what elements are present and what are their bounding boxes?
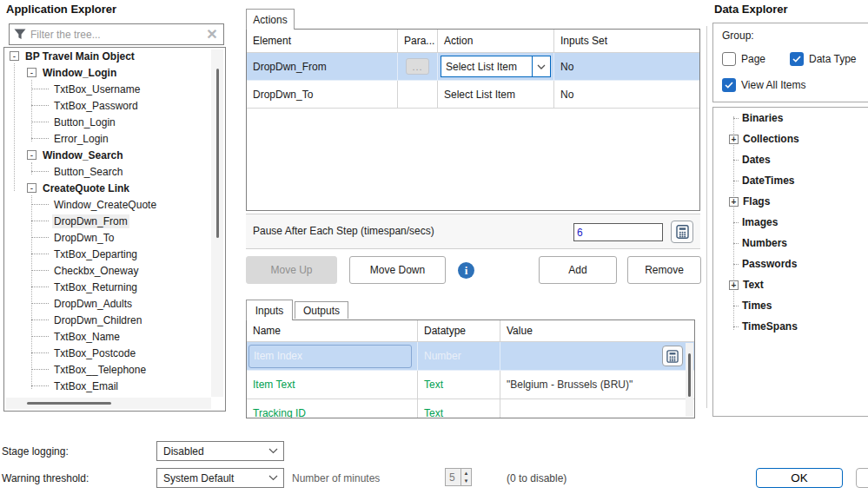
move-up-button[interactable]: Move Up	[246, 256, 337, 284]
tab-actions[interactable]: Actions	[246, 9, 295, 30]
tree-connector	[733, 181, 739, 181]
tree-item[interactable]: TxtBox_Password	[4, 97, 225, 114]
tree-connector	[31, 336, 49, 337]
tab-inputs[interactable]: Inputs	[246, 300, 293, 320]
tree-connector	[31, 270, 49, 271]
tree-item[interactable]: TxtBox_Returning	[4, 279, 225, 295]
tree-item[interactable]: -Window_Search	[4, 147, 225, 163]
move-down-button[interactable]: Move Down	[349, 256, 446, 284]
tree-vertical-scrollbar[interactable]	[211, 49, 223, 397]
tab-outputs[interactable]: Outputs	[295, 301, 348, 319]
tree-item[interactable]: Binaries	[713, 108, 868, 128]
tree-connector	[31, 237, 49, 238]
tree-item[interactable]: TxtBox_Username	[4, 81, 225, 97]
checkbox-page[interactable]: Page	[722, 52, 765, 66]
column-header-value[interactable]: Value	[500, 320, 694, 342]
column-header-element[interactable]: Element	[247, 30, 398, 53]
remove-button[interactable]: Remove	[627, 256, 701, 284]
spinner-up-icon[interactable]: ▲	[461, 469, 471, 478]
tree-item[interactable]: Numbers	[713, 233, 868, 254]
tree-item[interactable]: DropDwn_Adults	[4, 295, 225, 312]
tree-item[interactable]: DateTimes	[713, 170, 868, 191]
column-header-datatype[interactable]: Datatype	[418, 320, 500, 342]
pause-input[interactable]	[573, 223, 663, 241]
add-button[interactable]: Add	[539, 256, 617, 284]
tree-item-selected[interactable]: DropDwn_From	[4, 213, 225, 229]
tree-item[interactable]: +Flags	[713, 191, 868, 212]
tree-item[interactable]: Times	[713, 295, 868, 316]
tree-item[interactable]: TxtBox_Postcode	[4, 345, 225, 361]
tree-item[interactable]: Dates	[713, 149, 868, 170]
actions-table-row-selected[interactable]: DropDwn_From ... Select List Item No	[247, 53, 699, 81]
expand-icon[interactable]: +	[729, 135, 739, 144]
action-combobox[interactable]: Select List Item	[441, 56, 551, 77]
inputs-table-row[interactable]: Tracking ID Text	[247, 399, 694, 418]
tree-item[interactable]: +Collections	[713, 128, 868, 149]
tree-item[interactable]: +Text	[713, 274, 868, 295]
tree-item[interactable]: TxtBox_Departing	[4, 246, 225, 262]
warning-threshold-select[interactable]: System Default	[156, 468, 284, 488]
checkbox-data-type[interactable]: Data Type	[790, 52, 856, 66]
tree-item-root[interactable]: -BP Travel Main Object	[4, 48, 225, 64]
tree-item[interactable]: TxtBox_Email	[4, 378, 225, 394]
stage-logging-select[interactable]: Disabled	[156, 441, 284, 461]
pause-label: Pause After Each Step (timespan/secs)	[253, 225, 434, 237]
column-header-inputs-set[interactable]: Inputs Set	[554, 30, 699, 53]
tree-item[interactable]: DropDwn_Children	[4, 312, 225, 328]
panel-separator	[706, 26, 707, 408]
tree-connector	[31, 385, 49, 386]
tree-item[interactable]: Passwords	[713, 254, 868, 274]
tree-item[interactable]: -Window_Login	[4, 64, 225, 81]
tree-item[interactable]: Checkbx_Oneway	[4, 262, 225, 279]
ok-button[interactable]: OK	[756, 468, 843, 488]
collapse-icon[interactable]: -	[27, 150, 36, 160]
tree-item[interactable]: DropDwn_To	[4, 229, 225, 246]
tree-item[interactable]: Images	[713, 212, 868, 233]
scrollbar-thumb[interactable]	[27, 402, 111, 405]
tree-item[interactable]: -CreateQuote Link	[4, 180, 225, 196]
checkbox-checked-icon[interactable]	[722, 78, 736, 92]
tree-item[interactable]: Window_CreateQuote	[4, 196, 225, 213]
checkbox-view-all-items[interactable]: View All Items	[722, 78, 805, 92]
datatype-cell: Text	[418, 371, 500, 399]
checkbox-checked-icon[interactable]	[790, 52, 804, 66]
info-icon[interactable]: i	[458, 262, 474, 279]
expression-calculator-button[interactable]	[671, 221, 693, 243]
expression-calculator-button[interactable]	[662, 346, 683, 366]
clear-filter-icon[interactable]: ✕	[201, 24, 223, 44]
collapse-icon[interactable]: -	[10, 51, 19, 61]
column-header-params[interactable]: Para...	[398, 30, 438, 53]
actions-table-row[interactable]: DropDwn_To Select List Item No	[247, 81, 699, 109]
expand-icon[interactable]: +	[729, 280, 739, 290]
tree-connector	[733, 243, 739, 244]
tree-item[interactable]: Error_Login	[4, 130, 225, 147]
inputs-vertical-scrollbar[interactable]	[686, 343, 693, 417]
name-cell-editor[interactable]: Item Index	[248, 345, 412, 368]
inputs-table-row-selected[interactable]: Item Index Number	[247, 342, 694, 371]
column-header-action[interactable]: Action	[438, 30, 554, 53]
scrollbar-thumb[interactable]	[688, 353, 691, 397]
element-cell: DropDwn_To	[247, 81, 398, 109]
tree-item[interactable]: TxtBox_Name	[4, 328, 225, 345]
value-cell[interactable]	[500, 342, 694, 371]
params-button[interactable]: ...	[406, 58, 429, 75]
tree-item[interactable]: Button_Search	[4, 163, 225, 180]
column-header-name[interactable]: Name	[247, 320, 418, 342]
spinner-down-icon[interactable]: ▼	[461, 478, 471, 486]
tree-filter-input[interactable]	[30, 29, 201, 41]
inputs-table-header: Name Datatype Value	[247, 320, 694, 342]
tree-item[interactable]: Button_Login	[4, 114, 225, 130]
minutes-spinner[interactable]: 5 ▲ ▼	[445, 468, 472, 486]
scrollbar-thumb[interactable]	[216, 69, 219, 238]
expand-icon[interactable]: +	[729, 197, 739, 207]
cancel-button-partial[interactable]	[856, 468, 868, 488]
collapse-icon[interactable]: -	[27, 68, 36, 77]
tree-item[interactable]: TimeSpans	[713, 316, 868, 337]
tree-connector	[31, 138, 49, 139]
tree-horizontal-scrollbar[interactable]	[6, 398, 211, 409]
datatype-cell: Number	[418, 342, 500, 371]
tree-item[interactable]: TxtBox__Telephone	[4, 361, 225, 378]
checkbox-unchecked-icon[interactable]	[722, 52, 736, 66]
collapse-icon[interactable]: -	[27, 183, 36, 193]
inputs-table-row[interactable]: Item Text Text "Belgium - Brussels (BRU)…	[247, 371, 694, 399]
